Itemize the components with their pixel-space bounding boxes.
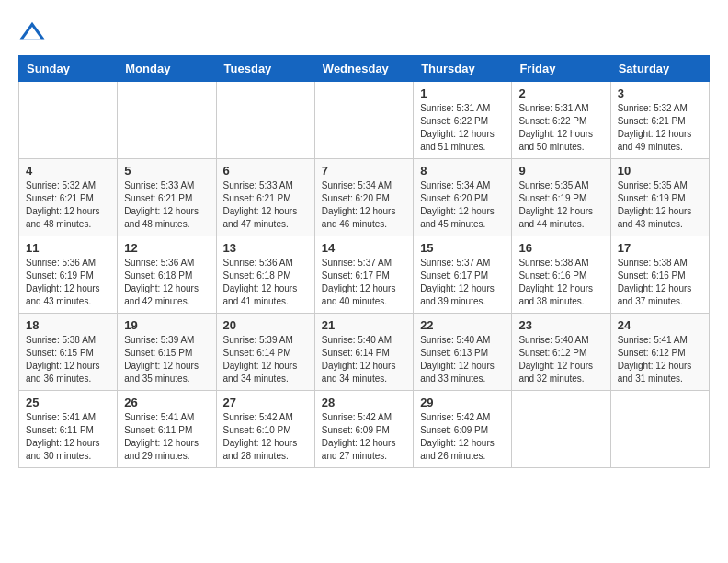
day-info: Sunrise: 5:42 AMSunset: 6:09 PMDaylight:… (322, 411, 406, 463)
day-info: Sunrise: 5:32 AMSunset: 6:21 PMDaylight:… (26, 179, 110, 231)
logo-icon (18, 18, 46, 46)
day-number: 15 (420, 241, 505, 255)
calendar-cell: 2Sunrise: 5:31 AMSunset: 6:22 PMDaylight… (512, 82, 610, 159)
day-info: Sunrise: 5:35 AMSunset: 6:19 PMDaylight:… (518, 179, 603, 231)
day-info: Sunrise: 5:31 AMSunset: 6:22 PMDaylight:… (518, 102, 603, 154)
day-number: 5 (124, 164, 209, 178)
day-number: 9 (518, 164, 603, 178)
day-info: Sunrise: 5:37 AMSunset: 6:17 PMDaylight:… (420, 257, 505, 308)
calendar-week-row: 4Sunrise: 5:32 AMSunset: 6:21 PMDaylight… (19, 159, 710, 236)
day-info: Sunrise: 5:31 AMSunset: 6:22 PMDaylight:… (420, 102, 505, 154)
calendar-cell: 10Sunrise: 5:35 AMSunset: 6:19 PMDayligh… (610, 159, 709, 236)
day-number: 18 (26, 318, 110, 332)
day-number: 14 (322, 241, 406, 255)
day-number: 6 (223, 164, 308, 178)
day-info: Sunrise: 5:42 AMSunset: 6:09 PMDaylight:… (420, 411, 505, 463)
day-number: 24 (618, 318, 702, 332)
day-info: Sunrise: 5:36 AMSunset: 6:18 PMDaylight:… (124, 257, 209, 308)
day-number: 20 (223, 318, 308, 332)
day-number: 11 (26, 241, 110, 255)
day-header-tuesday: Tuesday (216, 56, 314, 82)
calendar-cell: 22Sunrise: 5:40 AMSunset: 6:13 PMDayligh… (414, 314, 512, 391)
day-number: 12 (124, 241, 209, 255)
calendar-cell: 1Sunrise: 5:31 AMSunset: 6:22 PMDaylight… (414, 82, 512, 159)
calendar-cell (118, 82, 216, 159)
day-header-thursday: Thursday (414, 56, 512, 82)
day-info: Sunrise: 5:34 AMSunset: 6:20 PMDaylight:… (420, 179, 505, 231)
day-header-wednesday: Wednesday (314, 56, 413, 82)
day-number: 17 (618, 241, 702, 255)
calendar-cell: 24Sunrise: 5:41 AMSunset: 6:12 PMDayligh… (610, 314, 709, 391)
day-number: 4 (26, 164, 110, 178)
calendar-cell: 13Sunrise: 5:36 AMSunset: 6:18 PMDayligh… (216, 236, 314, 314)
calendar-cell: 23Sunrise: 5:40 AMSunset: 6:12 PMDayligh… (512, 314, 610, 391)
calendar-cell: 3Sunrise: 5:32 AMSunset: 6:21 PMDaylight… (610, 82, 709, 159)
calendar-cell: 5Sunrise: 5:33 AMSunset: 6:21 PMDaylight… (118, 159, 216, 236)
day-info: Sunrise: 5:39 AMSunset: 6:14 PMDaylight:… (223, 334, 308, 385)
day-header-saturday: Saturday (610, 56, 709, 82)
calendar-cell (216, 82, 314, 159)
day-info: Sunrise: 5:41 AMSunset: 6:12 PMDaylight:… (618, 334, 702, 385)
day-number: 23 (518, 318, 603, 332)
calendar-cell (610, 391, 709, 468)
calendar-cell: 16Sunrise: 5:38 AMSunset: 6:16 PMDayligh… (512, 236, 610, 314)
calendar-cell: 29Sunrise: 5:42 AMSunset: 6:09 PMDayligh… (414, 391, 512, 468)
day-number: 21 (322, 318, 406, 332)
day-number: 25 (26, 396, 110, 409)
calendar-cell: 20Sunrise: 5:39 AMSunset: 6:14 PMDayligh… (216, 314, 314, 391)
day-header-friday: Friday (512, 56, 610, 82)
calendar-week-row: 25Sunrise: 5:41 AMSunset: 6:11 PMDayligh… (19, 391, 710, 468)
calendar-cell: 6Sunrise: 5:33 AMSunset: 6:21 PMDaylight… (216, 159, 314, 236)
calendar-cell: 8Sunrise: 5:34 AMSunset: 6:20 PMDaylight… (414, 159, 512, 236)
day-number: 3 (618, 86, 702, 100)
day-number: 27 (223, 396, 308, 409)
day-info: Sunrise: 5:33 AMSunset: 6:21 PMDaylight:… (124, 179, 209, 231)
day-info: Sunrise: 5:38 AMSunset: 6:15 PMDaylight:… (26, 334, 110, 385)
calendar-cell (512, 391, 610, 468)
day-info: Sunrise: 5:40 AMSunset: 6:12 PMDaylight:… (518, 334, 603, 385)
day-info: Sunrise: 5:34 AMSunset: 6:20 PMDaylight:… (322, 179, 406, 231)
day-info: Sunrise: 5:33 AMSunset: 6:21 PMDaylight:… (223, 179, 308, 231)
day-info: Sunrise: 5:42 AMSunset: 6:10 PMDaylight:… (223, 411, 308, 463)
day-number: 13 (223, 241, 308, 255)
day-number: 2 (518, 86, 603, 100)
calendar-cell (19, 82, 118, 159)
calendar-cell: 27Sunrise: 5:42 AMSunset: 6:10 PMDayligh… (216, 391, 314, 468)
day-header-sunday: Sunday (19, 56, 118, 82)
day-info: Sunrise: 5:40 AMSunset: 6:14 PMDaylight:… (322, 334, 406, 385)
day-number: 8 (420, 164, 505, 178)
calendar-cell: 15Sunrise: 5:37 AMSunset: 6:17 PMDayligh… (414, 236, 512, 314)
day-info: Sunrise: 5:36 AMSunset: 6:18 PMDaylight:… (223, 257, 308, 308)
calendar-cell: 7Sunrise: 5:34 AMSunset: 6:20 PMDaylight… (314, 159, 413, 236)
day-number: 29 (420, 396, 505, 409)
day-info: Sunrise: 5:40 AMSunset: 6:13 PMDaylight:… (420, 334, 505, 385)
day-info: Sunrise: 5:36 AMSunset: 6:19 PMDaylight:… (26, 257, 110, 308)
day-number: 19 (124, 318, 209, 332)
calendar-week-row: 11Sunrise: 5:36 AMSunset: 6:19 PMDayligh… (19, 236, 710, 314)
day-info: Sunrise: 5:41 AMSunset: 6:11 PMDaylight:… (26, 411, 110, 463)
calendar-cell (314, 82, 413, 159)
calendar-header-row: SundayMondayTuesdayWednesdayThursdayFrid… (19, 56, 710, 82)
day-info: Sunrise: 5:35 AMSunset: 6:19 PMDaylight:… (618, 179, 702, 231)
day-number: 28 (322, 396, 406, 409)
calendar-cell: 4Sunrise: 5:32 AMSunset: 6:21 PMDaylight… (19, 159, 118, 236)
calendar-cell: 11Sunrise: 5:36 AMSunset: 6:19 PMDayligh… (19, 236, 118, 314)
day-header-monday: Monday (118, 56, 216, 82)
calendar-cell: 26Sunrise: 5:41 AMSunset: 6:11 PMDayligh… (118, 391, 216, 468)
day-info: Sunrise: 5:38 AMSunset: 6:16 PMDaylight:… (618, 257, 702, 308)
calendar-cell: 17Sunrise: 5:38 AMSunset: 6:16 PMDayligh… (610, 236, 709, 314)
calendar-cell: 21Sunrise: 5:40 AMSunset: 6:14 PMDayligh… (314, 314, 413, 391)
calendar-cell: 18Sunrise: 5:38 AMSunset: 6:15 PMDayligh… (19, 314, 118, 391)
calendar-week-row: 18Sunrise: 5:38 AMSunset: 6:15 PMDayligh… (19, 314, 710, 391)
day-info: Sunrise: 5:37 AMSunset: 6:17 PMDaylight:… (322, 257, 406, 308)
day-info: Sunrise: 5:39 AMSunset: 6:15 PMDaylight:… (124, 334, 209, 385)
day-number: 16 (518, 241, 603, 255)
calendar-table: SundayMondayTuesdayWednesdayThursdayFrid… (18, 55, 710, 468)
logo (18, 18, 50, 46)
calendar-cell: 12Sunrise: 5:36 AMSunset: 6:18 PMDayligh… (118, 236, 216, 314)
day-number: 22 (420, 318, 505, 332)
day-number: 10 (618, 164, 702, 178)
day-info: Sunrise: 5:38 AMSunset: 6:16 PMDaylight:… (518, 257, 603, 308)
day-info: Sunrise: 5:41 AMSunset: 6:11 PMDaylight:… (124, 411, 209, 463)
day-number: 7 (322, 164, 406, 178)
